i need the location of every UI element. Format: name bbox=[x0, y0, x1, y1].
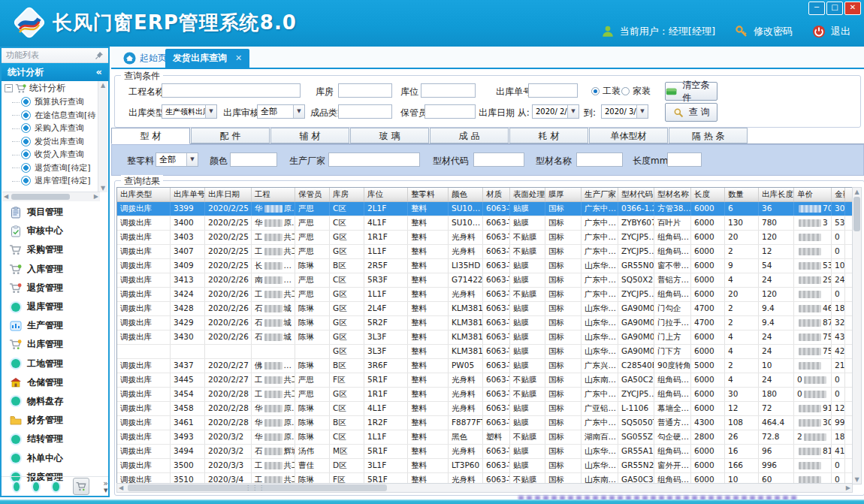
tree-item-2[interactable]: 采购入库查询 bbox=[2, 122, 99, 135]
column-header-10[interactable]: 表面处理 bbox=[510, 188, 545, 201]
profile-code-input[interactable] bbox=[473, 152, 524, 167]
table-row-10[interactable]: G区3L3F整料KLM38176063-T5贴膜国标山东华…GA90M09…门下… bbox=[117, 345, 853, 359]
sidebar-item-7[interactable]: 生产管理 bbox=[2, 316, 108, 335]
table-row-7[interactable]: 调拨出库34282020/2/26石城陈琳G区2L4F整料KLM38176063… bbox=[117, 302, 853, 316]
maker-input[interactable] bbox=[328, 152, 420, 167]
location-input[interactable] bbox=[421, 83, 476, 98]
tree-vertical-scrollbar[interactable]: ▲▼ bbox=[98, 81, 107, 192]
warehouse-input[interactable] bbox=[338, 83, 392, 98]
tab-shipping-query[interactable]: 发货出库查询 ✕ bbox=[165, 49, 249, 68]
material-tab-2[interactable]: 辅 材 bbox=[270, 128, 349, 143]
table-row-13[interactable]: 调拨出库34542020/2/28工共工程严思G区1R1F整料光身料6063-T… bbox=[117, 388, 853, 402]
column-header-9[interactable]: 材质 bbox=[483, 188, 510, 201]
table-row-1[interactable]: 调拨出库34002020/2/25华原…严思C区4L1F整料SU10…6063-… bbox=[117, 216, 853, 231]
table-row-14[interactable]: 调拨出库34582020/2/28华原…陈琳C区4L1F整料光身料6063-T5… bbox=[117, 402, 853, 416]
out-type-combo[interactable]: 生产领料出库▼ bbox=[162, 104, 217, 119]
tree-expander-icon[interactable]: − bbox=[5, 84, 13, 92]
sidebar-item-12[interactable]: 财务管理 bbox=[2, 411, 108, 430]
tree-item-4[interactable]: 收货入库查询 bbox=[2, 148, 99, 161]
material-tab-6[interactable]: 单体型材 bbox=[589, 128, 668, 143]
table-row-0[interactable]: 调拨出库33992020/2/25华原…严思C区2L1F整料SU10…6063-… bbox=[117, 202, 853, 216]
tree-item-3[interactable]: 发货出库查询 bbox=[2, 135, 99, 149]
table-row-17[interactable]: 调拨出库34942020/3/2石辉城汤伟M区5R1F整料光身料6063-T5贴… bbox=[117, 445, 853, 459]
table-row-6[interactable]: 调拨出库34242020/2/26工共工程严思G区1L1F整料光身料6063-T… bbox=[117, 288, 853, 302]
tree-item-0[interactable]: 预算执行查询 bbox=[2, 95, 99, 109]
collapse-icon[interactable]: « bbox=[96, 63, 102, 81]
sidebar-item-8[interactable]: 出库管理 bbox=[2, 335, 108, 354]
column-header-3[interactable]: 工程 bbox=[252, 188, 295, 201]
sidebar-item-4[interactable]: 入库管理 bbox=[2, 260, 108, 279]
minimize-button[interactable]: ─ bbox=[808, 2, 825, 15]
column-header-13[interactable]: 型材代码 bbox=[618, 188, 654, 201]
pin-icon[interactable] bbox=[95, 51, 104, 60]
column-header-4[interactable]: 保管员 bbox=[295, 188, 330, 201]
sidebar-item-5[interactable]: 退货管理 bbox=[2, 279, 108, 297]
length-input[interactable] bbox=[667, 152, 702, 167]
material-tab-3[interactable]: 玻 璃 bbox=[350, 128, 429, 143]
column-header-0[interactable]: 出库类型 bbox=[117, 188, 171, 201]
section-header-statistics[interactable]: 统计分析 « bbox=[2, 63, 108, 81]
more-options-chevron[interactable]: »▾ bbox=[103, 480, 108, 493]
tree-horizontal-scrollbar[interactable]: ◀▶ bbox=[2, 192, 100, 201]
table-row-9[interactable]: 调拨出库34302020/2/26石城陈琳G区3L3F整料KLM38176063… bbox=[117, 330, 853, 345]
table-row-18[interactable]: 调拨出库35002020/3/3工共工程曹佳D区3L1F整料LT3P606063… bbox=[117, 459, 853, 473]
tree-item-6[interactable]: 退库管理[待定] bbox=[2, 174, 99, 188]
column-header-5[interactable]: 库房 bbox=[330, 188, 364, 201]
column-header-18[interactable]: 单价 bbox=[794, 188, 832, 201]
material-tab-4[interactable]: 成 品 bbox=[430, 128, 509, 143]
change-password-link[interactable]: 修改密码 bbox=[754, 25, 793, 38]
date-from-combo[interactable]: 2020/ 2/16▼ bbox=[532, 104, 579, 119]
grid-horizontal-scrollbar[interactable]: ◀ ⋮⋮⋮ ▶ bbox=[116, 483, 853, 493]
sidebar-item-10[interactable]: 仓储管理 bbox=[2, 373, 108, 392]
maximize-button[interactable]: □ bbox=[826, 2, 843, 15]
column-header-14[interactable]: 型材名称 bbox=[654, 188, 691, 201]
tree-root-statistics[interactable]: − 统计分析 bbox=[2, 81, 99, 95]
profile-name-input[interactable] bbox=[576, 152, 623, 167]
tree-item-1[interactable]: 在途信息查询[待 bbox=[2, 109, 99, 122]
column-header-6[interactable]: 库位 bbox=[364, 188, 408, 201]
cart-shortcut-button[interactable] bbox=[73, 478, 90, 495]
column-header-11[interactable]: 膜厚 bbox=[545, 188, 582, 201]
column-header-15[interactable]: 长度 bbox=[691, 188, 725, 201]
sidebar-item-13[interactable]: 结转管理 bbox=[2, 430, 108, 448]
date-to-combo[interactable]: 2020/ 3/16▼ bbox=[601, 104, 648, 119]
sidebar-item-14[interactable]: 补单中心 bbox=[2, 448, 108, 467]
table-row-5[interactable]: 调拨出库34132020/2/26南…严思C区5R3F整料G714226063-… bbox=[117, 273, 853, 288]
audit-combo[interactable]: 全部▼ bbox=[257, 104, 305, 119]
table-row-3[interactable]: 调拨出库34072020/2/25工共工程严思G区1L1F整料光身料6063-T… bbox=[117, 245, 853, 259]
material-tab-1[interactable]: 配 件 bbox=[191, 128, 270, 143]
out-no-input[interactable] bbox=[528, 83, 578, 98]
column-header-17[interactable]: 出库长度 bbox=[759, 188, 794, 201]
column-header-2[interactable]: 出库日期 bbox=[205, 188, 252, 201]
table-row-12[interactable]: 调拨出库34452020/2/27工共工程严思F区5R1F整料光身料6063-T… bbox=[117, 373, 853, 388]
table-row-15[interactable]: 调拨出库34612020/2/28华原…陈琳B区1R2F整料F8877FT606… bbox=[117, 416, 853, 430]
tree-item-5[interactable]: 退货查询[待定] bbox=[2, 161, 99, 175]
grid-vertical-scrollbar[interactable]: ▲ ▼ bbox=[852, 187, 862, 484]
sidebar-item-1[interactable]: 项目管理 bbox=[2, 203, 108, 222]
sidebar-item-11[interactable]: 物料盘存 bbox=[2, 392, 108, 411]
column-header-19[interactable]: 金额 bbox=[832, 188, 845, 201]
logout-link[interactable]: 退出 bbox=[831, 25, 850, 38]
table-row-2[interactable]: 调拨出库34032020/2/25工共工程严思G区1R1F整料光身料6063-T… bbox=[117, 231, 853, 245]
material-tab-5[interactable]: 耗 材 bbox=[509, 128, 588, 143]
product-type-input[interactable] bbox=[338, 104, 392, 119]
sidebar-item-9[interactable]: 工地管理 bbox=[2, 355, 108, 373]
column-header-1[interactable]: 出库单号 bbox=[171, 188, 205, 201]
project-name-input[interactable] bbox=[162, 83, 301, 98]
table-row-4[interactable]: 调拨出库34092020/2/25长…陈琳B区2R5F整料LI35HD6063-… bbox=[117, 259, 853, 273]
dot-icon[interactable] bbox=[14, 482, 20, 491]
color-input[interactable] bbox=[230, 152, 277, 167]
search-button[interactable]: 查 询 bbox=[665, 103, 717, 122]
sidebar-item-3[interactable]: 采购管理 bbox=[2, 240, 108, 259]
column-header-8[interactable]: 颜色 bbox=[449, 188, 483, 201]
close-button[interactable]: ✕ bbox=[844, 2, 861, 15]
sidebar-item-2[interactable]: 审核中心 bbox=[2, 222, 108, 240]
column-header-16[interactable]: 数量 bbox=[725, 188, 759, 201]
column-header-7[interactable]: 整零料 bbox=[408, 188, 449, 201]
tab-close-icon[interactable]: ✕ bbox=[235, 53, 242, 63]
table-row-11[interactable]: 调拨出库34372020/2/27佛…陈琳B区3R6F整料PW056063-T5… bbox=[117, 359, 853, 373]
dot-icon[interactable] bbox=[53, 482, 59, 491]
dot-icon[interactable] bbox=[33, 482, 39, 491]
table-row-8[interactable]: 调拨出库34292020/2/26石城陈琳G区5R2F整料KLM38176063… bbox=[117, 316, 853, 330]
material-tab-0[interactable]: 型 材 bbox=[111, 128, 190, 144]
